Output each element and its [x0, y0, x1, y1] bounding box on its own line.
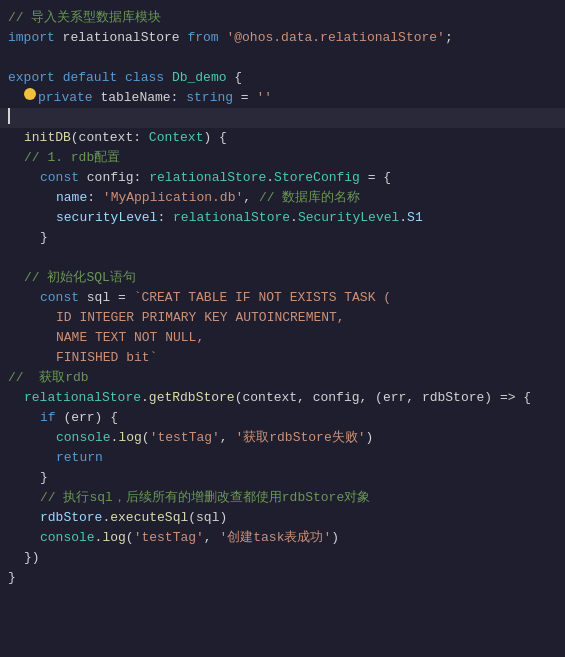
- code-line: export default class Db_demo {: [0, 68, 565, 88]
- code-line: securityLevel: relationalStore.SecurityL…: [0, 208, 565, 228]
- code-lines: // 导入关系型数据库模块import relationalStore from…: [0, 8, 565, 588]
- code-line: // 执行sql，后续所有的增删改查都使用rdbStore对象: [0, 488, 565, 508]
- code-line: FINISHED bit`: [0, 348, 565, 368]
- code-line: // 导入关系型数据库模块: [0, 8, 565, 28]
- code-line: relationalStore.getRdbStore(context, con…: [0, 388, 565, 408]
- code-line: // 1. rdb配置: [0, 148, 565, 168]
- code-line: [0, 48, 565, 68]
- code-line: private tableName: string = '': [0, 88, 565, 108]
- cursor: [8, 108, 10, 124]
- code-line: }: [0, 468, 565, 488]
- code-line: }: [0, 568, 565, 588]
- code-line: if (err) {: [0, 408, 565, 428]
- code-line: [0, 248, 565, 268]
- code-line: return: [0, 448, 565, 468]
- code-line: console.log('testTag', '获取rdbStore失败'): [0, 428, 565, 448]
- code-line: console.log('testTag', '创建task表成功'): [0, 528, 565, 548]
- code-line: import relationalStore from '@ohos.data.…: [0, 28, 565, 48]
- code-line: const config: relationalStore.StoreConfi…: [0, 168, 565, 188]
- code-line: ID INTEGER PRIMARY KEY AUTOINCREMENT,: [0, 308, 565, 328]
- code-line: // 初始化SQL语句: [0, 268, 565, 288]
- code-line: initDB(context: Context) {: [0, 128, 565, 148]
- code-editor: // 导入关系型数据库模块import relationalStore from…: [0, 0, 565, 657]
- code-line: rdbStore.executeSql(sql): [0, 508, 565, 528]
- code-line: }: [0, 228, 565, 248]
- code-line: }): [0, 548, 565, 568]
- code-line: NAME TEXT NOT NULL,: [0, 328, 565, 348]
- code-line: name: 'MyApplication.db', // 数据库的名称: [0, 188, 565, 208]
- breakpoint-icon: [24, 88, 36, 100]
- code-line: [0, 108, 565, 128]
- code-line: // 获取rdb: [0, 368, 565, 388]
- code-line: const sql = `CREAT TABLE IF NOT EXISTS T…: [0, 288, 565, 308]
